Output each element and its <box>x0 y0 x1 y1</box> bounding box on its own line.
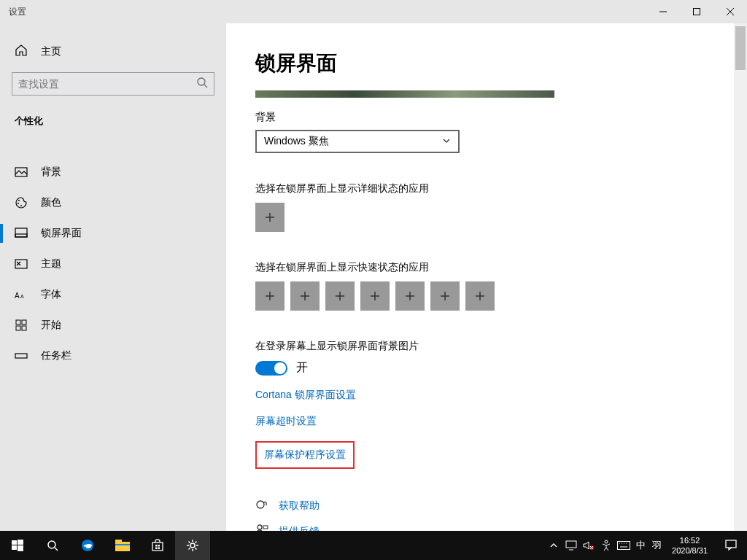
sidebar: 主页 个性化 背景 颜色 锁屏界面 <box>0 23 226 531</box>
titlebar: 设置 <box>0 0 747 23</box>
minimize-button[interactable] <box>646 0 680 23</box>
scrollbar[interactable] <box>734 23 747 531</box>
tray-keyboard-icon[interactable] <box>615 531 632 560</box>
svg-rect-67 <box>726 540 736 548</box>
help-label: 获取帮助 <box>279 499 320 513</box>
feedback-link[interactable]: 提供反馈 <box>255 524 734 531</box>
home-icon <box>15 44 28 59</box>
cortana-link[interactable]: Cortana 锁屏界面设置 <box>255 389 734 402</box>
svg-rect-46 <box>115 542 130 551</box>
svg-rect-39 <box>12 540 17 545</box>
tray-volume-icon[interactable] <box>580 531 597 560</box>
add-quick-app-button[interactable] <box>360 281 390 311</box>
nav-taskbar[interactable]: 任务栏 <box>0 341 226 371</box>
svg-point-4 <box>198 78 205 85</box>
svg-point-8 <box>18 203 19 204</box>
home-link[interactable]: 主页 <box>0 36 226 66</box>
quick-apps-label: 选择在锁屏界面上显示快速状态的应用 <box>255 261 734 274</box>
nav-label: 主题 <box>41 257 61 271</box>
svg-rect-40 <box>18 540 23 545</box>
tray-ime1[interactable]: 中 <box>632 531 649 560</box>
svg-rect-1 <box>694 9 700 15</box>
taskbar-clock[interactable]: 16:52 2020/8/31 <box>665 535 715 556</box>
svg-point-43 <box>48 541 55 548</box>
feedback-icon <box>255 524 268 531</box>
svg-point-60 <box>605 540 608 543</box>
search-input[interactable] <box>18 78 196 90</box>
nav-themes[interactable]: 主题 <box>0 249 226 279</box>
nav-start[interactable]: 开始 <box>0 310 226 341</box>
search-icon <box>196 77 208 91</box>
svg-text:A: A <box>15 292 20 300</box>
settings-button[interactable] <box>175 531 210 560</box>
tray-chevron-icon[interactable] <box>545 531 562 560</box>
help-icon <box>255 498 268 513</box>
svg-point-7 <box>18 200 20 201</box>
add-quick-app-button[interactable] <box>255 281 285 311</box>
svg-rect-38 <box>263 526 268 529</box>
svg-rect-50 <box>155 545 158 547</box>
search-button[interactable] <box>35 531 70 560</box>
show-on-signin-toggle[interactable] <box>255 361 287 376</box>
svg-line-44 <box>55 548 58 551</box>
svg-rect-48 <box>115 544 130 545</box>
nav-fonts[interactable]: AA 字体 <box>0 279 226 310</box>
svg-point-9 <box>20 205 22 206</box>
feedback-label: 提供反馈 <box>279 525 320 532</box>
tray-display-icon[interactable] <box>562 531 580 560</box>
clock-time: 16:52 <box>672 535 708 545</box>
nav-label: 任务栏 <box>41 349 71 362</box>
svg-rect-11 <box>15 234 27 237</box>
close-button[interactable] <box>713 0 747 23</box>
explorer-button[interactable] <box>105 531 140 560</box>
svg-rect-12 <box>15 260 27 268</box>
chevron-down-icon <box>442 136 451 147</box>
screensaver-link[interactable]: 屏幕保护程序设置 <box>255 441 355 469</box>
get-help-link[interactable]: 获取帮助 <box>255 498 734 513</box>
nav-background[interactable]: 背景 <box>0 157 226 187</box>
svg-point-36 <box>257 501 264 508</box>
svg-rect-19 <box>15 354 27 358</box>
start-button[interactable] <box>0 531 35 560</box>
picture-icon <box>15 166 28 179</box>
start-icon <box>15 319 28 332</box>
svg-rect-42 <box>18 545 23 551</box>
svg-line-5 <box>204 85 207 88</box>
search-box[interactable] <box>12 72 214 96</box>
store-button[interactable] <box>140 531 175 560</box>
page-heading: 锁屏界面 <box>255 50 734 77</box>
nav-label: 开始 <box>41 319 61 332</box>
window-title: 设置 <box>0 6 26 18</box>
palette-icon <box>15 196 28 209</box>
main-area: 锁屏界面 背景 Windows 聚焦 选择在锁屏界面上显示详细状态的应用 选择在… <box>226 23 747 531</box>
nav-colors[interactable]: 颜色 <box>0 187 226 218</box>
edge-button[interactable] <box>70 531 105 560</box>
add-quick-app-button[interactable] <box>325 281 355 311</box>
tray-ease-icon[interactable] <box>597 531 615 560</box>
svg-rect-47 <box>115 540 122 542</box>
add-quick-app-button[interactable] <box>465 281 495 311</box>
notifications-button[interactable] <box>715 531 747 560</box>
svg-rect-15 <box>16 320 20 324</box>
add-quick-app-button[interactable] <box>395 281 425 311</box>
add-quick-app-button[interactable] <box>430 281 460 311</box>
scroll-thumb[interactable] <box>735 26 746 70</box>
timeout-link[interactable]: 屏幕超时设置 <box>255 415 734 428</box>
svg-text:A: A <box>20 294 24 299</box>
svg-rect-53 <box>158 548 160 550</box>
detail-apps-label: 选择在锁屏界面上显示详细状态的应用 <box>255 182 734 195</box>
taskbar: 中 羽 16:52 2020/8/31 <box>0 531 747 560</box>
background-label: 背景 <box>255 111 734 124</box>
toggle-state: 开 <box>296 360 308 376</box>
add-detail-app-button[interactable] <box>255 203 285 232</box>
tray-ime2[interactable]: 羽 <box>649 531 665 560</box>
svg-rect-17 <box>16 326 20 330</box>
svg-point-54 <box>190 543 195 548</box>
taskbar-icon <box>15 349 28 362</box>
svg-rect-49 <box>152 542 163 551</box>
background-dropdown[interactable]: Windows 聚焦 <box>255 130 460 153</box>
maximize-button[interactable] <box>680 0 713 23</box>
nav-lockscreen[interactable]: 锁屏界面 <box>0 218 226 249</box>
svg-rect-10 <box>15 228 27 237</box>
add-quick-app-button[interactable] <box>290 281 320 311</box>
